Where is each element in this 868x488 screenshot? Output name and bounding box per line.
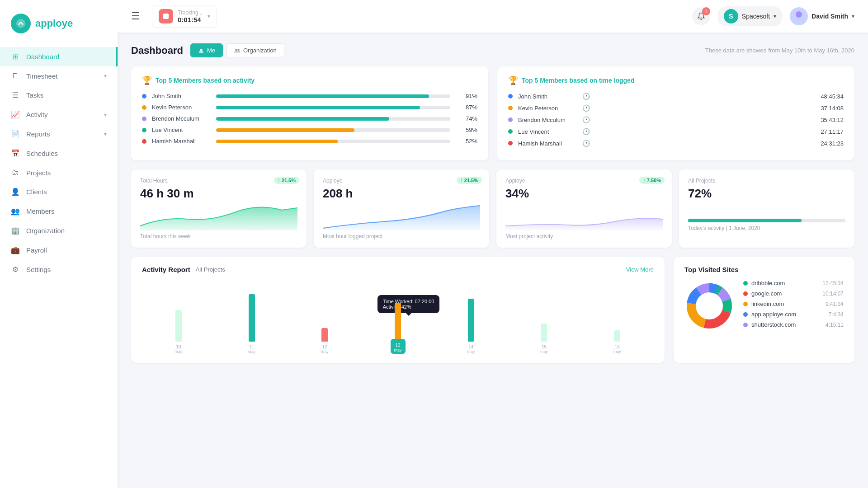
- org-selector[interactable]: S Spacesoft ▾: [717, 6, 783, 26]
- member-dot: [508, 141, 513, 145]
- user-dropdown-icon[interactable]: ▾: [852, 13, 854, 19]
- bar-stick: [321, 328, 328, 342]
- stat-value-apploye-hours: 208 h: [323, 187, 480, 201]
- stat-card-all-projects: All Projects 72% Today's activity | 1 Ju…: [679, 169, 854, 248]
- list-item: Lue Vincent 🕐 27:11:17: [508, 128, 844, 135]
- org-name: Spacesoft: [742, 13, 770, 20]
- chevron-down-icon: ▾: [104, 131, 107, 137]
- member-dot: [508, 129, 513, 134]
- list-item: John Smith 91%: [142, 93, 477, 99]
- sidebar-label-tasks: Tasks: [26, 91, 43, 99]
- site-name: google.com: [751, 290, 819, 297]
- list-item: Kevin Peterson 🕐 37:14:08: [508, 104, 844, 112]
- bar-stick: [395, 303, 401, 339]
- sidebar-label-activity: Activity: [26, 111, 48, 118]
- menu-toggle-button[interactable]: ☰: [131, 10, 140, 22]
- list-item: Lue Vincent 59%: [142, 127, 477, 133]
- sidebar-item-reports[interactable]: 📄 Reports ▾: [0, 124, 118, 144]
- member-dot: [142, 94, 146, 99]
- stat-badge-apploye-activity: ↑ 7.50%: [639, 177, 665, 184]
- sidebar-item-tasks[interactable]: ☰ Tasks: [0, 85, 118, 105]
- chevron-down-icon: ▾: [104, 73, 107, 79]
- sidebar-label-members: Members: [26, 207, 55, 215]
- member-name: Brendon Mcculum: [152, 115, 211, 122]
- site-time: 10:14:07: [822, 291, 844, 297]
- svg-point-13: [697, 293, 722, 319]
- tracking-widget[interactable]: Tracking... 0:01:54 ▾: [152, 5, 217, 28]
- sites-title: Top Visited Sites: [684, 266, 844, 273]
- donut-chart: [684, 281, 734, 331]
- view-more-button[interactable]: View More: [626, 266, 654, 273]
- timesheet-icon: 🗒: [11, 72, 20, 80]
- tab-org-label: Organization: [243, 47, 277, 54]
- stat-subtitle-apploye-activity: Most project activity: [505, 233, 663, 239]
- bar-stick: [614, 330, 620, 342]
- activity-pct: 52%: [460, 138, 477, 145]
- activity-icon: 📈: [11, 110, 20, 119]
- activity-bar: [216, 117, 450, 121]
- schedules-icon: 📅: [11, 149, 20, 158]
- sidebar-label-settings: Settings: [26, 266, 51, 273]
- top-activity-card: 🏆 Top 5 Members based on activity John S…: [131, 66, 488, 160]
- svg-point-6: [237, 49, 239, 51]
- list-item: 10may: [142, 310, 215, 354]
- list-item: 12may: [288, 328, 361, 354]
- member-name: Lue Vincent: [152, 127, 211, 133]
- tracking-label: Tracking...: [178, 9, 203, 16]
- settings-icon: ⚙: [11, 265, 20, 274]
- clock-icon: 🕐: [582, 104, 590, 112]
- sidebar-item-timesheet[interactable]: 🗒 Timesheet ▾: [0, 66, 118, 85]
- stat-label-all-projects: All Projects: [688, 178, 845, 184]
- top-time-title: 🏆 Top 5 Members based on time logged: [508, 75, 844, 85]
- site-name: dribbble.com: [751, 280, 819, 286]
- member-name: John Smith: [518, 93, 577, 100]
- sidebar-item-projects[interactable]: 🗂 Projects: [0, 163, 118, 182]
- member-dot: [508, 94, 513, 99]
- stat-card-apploye-hours: Apploye ↑ 21.5% 208 h Most hour logged p…: [314, 169, 489, 248]
- activity-bar: [216, 106, 450, 109]
- list-item: app.apploye.com 7:4:34: [743, 311, 844, 318]
- notifications-button[interactable]: 1: [692, 7, 710, 25]
- member-time: 35:43:12: [821, 117, 844, 123]
- header: ☰ Tracking... 0:01:54 ▾ 1 S Spacesoft ▾ …: [118, 0, 868, 33]
- avatar: [790, 7, 808, 25]
- sidebar-item-clients[interactable]: 👤 Clients: [0, 182, 118, 202]
- dashboard-header: Dashboard Me Organization These data are…: [131, 43, 854, 57]
- sidebar-item-payroll[interactable]: 💼 Payroll: [0, 240, 118, 260]
- sidebar-label-schedules: Schedules: [26, 150, 58, 157]
- organization-icon: 🏢: [11, 226, 20, 235]
- activity-bar: [216, 128, 450, 132]
- svg-point-5: [235, 49, 237, 51]
- activity-report-subtitle: All Projects: [196, 266, 225, 273]
- dashboard-icon: ⊞: [11, 52, 20, 61]
- site-dot: [743, 323, 748, 327]
- bottom-section: Activity Report All Projects View More T…: [131, 257, 854, 363]
- sidebar-item-organization[interactable]: 🏢 Organization: [0, 221, 118, 240]
- sidebar-item-members[interactable]: 👥 Members: [0, 202, 118, 221]
- sidebar-item-schedules[interactable]: 📅 Schedules: [0, 144, 118, 163]
- list-item: Brendon Mcculum 🕐 35:43:12: [508, 116, 844, 123]
- member-name: Hamish Marshall: [152, 138, 211, 145]
- tab-organization[interactable]: Organization: [226, 43, 284, 57]
- site-name: linkedin.com: [751, 300, 822, 307]
- sidebar-label-dashboard: Dashboard: [26, 53, 59, 61]
- tab-me[interactable]: Me: [190, 43, 223, 57]
- members-icon: 👥: [11, 207, 20, 216]
- sidebar-label-organization: Organization: [26, 227, 65, 235]
- tracking-time: 0:01:54: [178, 16, 203, 23]
- tracking-dropdown-icon[interactable]: ▾: [208, 13, 210, 19]
- sidebar-item-dashboard[interactable]: ⊞ Dashboard: [0, 47, 118, 66]
- top-cards-section: 🏆 Top 5 Members based on activity John S…: [131, 66, 854, 160]
- project-progress-bar: [688, 219, 845, 222]
- sites-inner: dribbble.com 12:45:34 google.com 10:14:0…: [684, 280, 844, 332]
- sidebar-item-activity[interactable]: 📈 Activity ▾: [0, 105, 118, 124]
- site-time: 4:15:11: [826, 322, 844, 328]
- member-name: Kevin Peterson: [518, 105, 577, 112]
- bar-stick: [175, 310, 182, 342]
- member-time: 48:45:34: [821, 93, 844, 100]
- sidebar-item-settings[interactable]: ⚙ Settings: [0, 260, 118, 279]
- user-selector[interactable]: David Smith ▾: [790, 7, 854, 25]
- tracking-stop-button[interactable]: [159, 9, 173, 23]
- bar-stick: [468, 299, 474, 342]
- trophy-icon: 🏆: [142, 75, 152, 85]
